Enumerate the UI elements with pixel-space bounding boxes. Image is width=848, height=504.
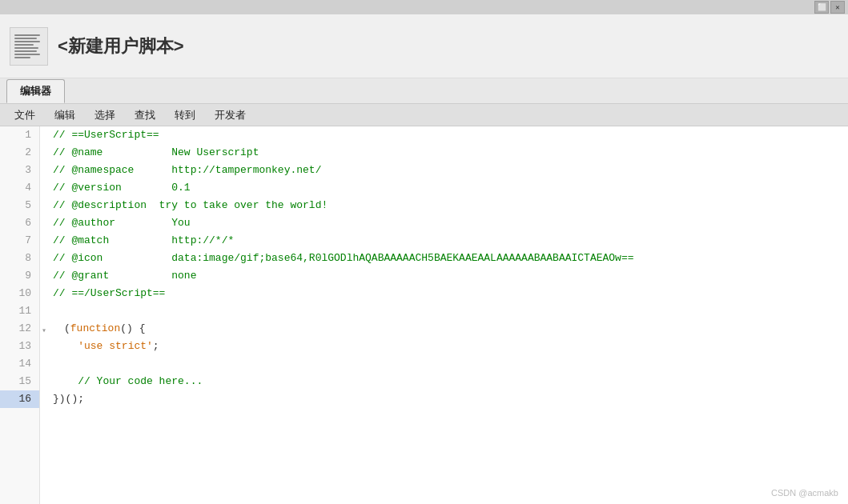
code-line: })();: [53, 390, 848, 408]
code-line: 'use strict';: [53, 338, 848, 355]
line-number: 14: [0, 355, 39, 373]
tab-bar: 编辑器: [0, 78, 848, 104]
menu-goto[interactable]: 转到: [167, 106, 203, 125]
code-line: // ==/UserScript==: [53, 285, 848, 302]
code-line: // @name New Userscript: [53, 144, 848, 162]
code-line: // @description try to take over the wor…: [53, 197, 848, 214]
line-number: 6: [0, 214, 39, 232]
line-number: 4: [0, 179, 39, 197]
code-line: // @version 0.1: [53, 179, 848, 197]
editor-area: 12345678910111213141516 // ==UserScript=…: [0, 126, 848, 504]
line-number: 11: [0, 302, 39, 320]
fold-arrow-icon[interactable]: ▾: [42, 322, 46, 340]
code-line: [53, 355, 848, 373]
line-number: 13: [0, 338, 39, 355]
script-icon: [10, 27, 48, 66]
code-line: // @icon data:image/gif;base64,R0lGODlhA…: [53, 250, 848, 267]
line-number: 5: [0, 197, 39, 214]
menu-find[interactable]: 查找: [127, 106, 163, 125]
line-number: 8: [0, 250, 39, 267]
code-line: // @grant none: [53, 267, 848, 285]
line-number: 10: [0, 285, 39, 302]
line-number: 2: [0, 144, 39, 162]
line-numbers: 12345678910111213141516: [0, 126, 40, 504]
code-line: // @author You: [53, 214, 848, 232]
top-bar: ⬜ ✕: [0, 0, 848, 14]
close-button[interactable]: ✕: [830, 1, 845, 14]
menu-developer[interactable]: 开发者: [207, 106, 254, 125]
code-line: // @match http://*/*: [53, 232, 848, 250]
tab-editor[interactable]: 编辑器: [6, 79, 65, 103]
line-number: 12: [0, 320, 39, 338]
code-line: // Your code here...: [53, 373, 848, 390]
watermark: CSDN @acmakb: [771, 488, 838, 498]
menu-select[interactable]: 选择: [86, 106, 123, 125]
line-number: 16: [0, 390, 39, 408]
line-number: 3: [0, 162, 39, 179]
menu-bar: 文件 编辑 选择 查找 转到 开发者: [0, 104, 848, 126]
menu-edit[interactable]: 编辑: [46, 106, 83, 125]
code-line: [53, 302, 848, 320]
line-number: 1: [0, 126, 39, 144]
line-number: 7: [0, 232, 39, 250]
menu-file[interactable]: 文件: [6, 106, 43, 125]
restore-button[interactable]: ⬜: [814, 1, 829, 14]
code-line: // ==UserScript==: [53, 126, 848, 144]
code-line: // @namespace http://tampermonkey.net/: [53, 162, 848, 179]
line-number: 15: [0, 373, 39, 390]
line-number: 9: [0, 267, 39, 285]
header: <新建用户脚本>: [0, 14, 848, 78]
page-title: <新建用户脚本>: [58, 34, 184, 58]
code-line: ▾(function() {: [53, 320, 848, 338]
code-content[interactable]: // ==UserScript==// @name New Userscript…: [40, 126, 848, 504]
